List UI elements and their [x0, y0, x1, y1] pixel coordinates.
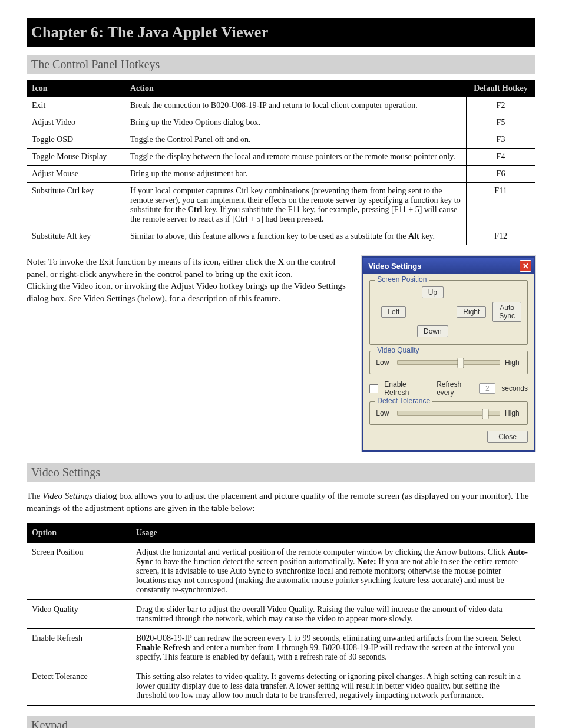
hotkeys-action: Break the connection to B020-U08-19-IP a…: [125, 97, 467, 114]
close-button[interactable]: Close: [487, 431, 528, 443]
enable-refresh-checkbox[interactable]: [369, 384, 378, 393]
hotkeys-table-col-icon: Icon: [27, 80, 125, 97]
dialog-titlebar[interactable]: Video Settings ✕: [363, 258, 534, 274]
hotkeys-table: Icon Action Default Hotkey Exit Break th…: [27, 80, 535, 245]
hotkeys-default: F3: [467, 131, 535, 149]
table-row: Screen Position Adjust the horizontal an…: [27, 543, 535, 600]
slider-low-label: Low: [376, 358, 392, 367]
hotkeys-table-col-default: Default Hotkey: [467, 80, 535, 97]
table-row: Enable Refresh B020-U08-19-IP can redraw…: [27, 629, 535, 667]
refresh-every-label: Refresh every: [437, 380, 473, 397]
detect-tolerance-legend: Detect Tolerance: [375, 397, 432, 405]
page: Chapter 6: The Java Applet Viewer The Co…: [0, 0, 562, 728]
section-heading-video-settings-text: Video Settings: [31, 466, 100, 479]
auto-sync-button[interactable]: Auto Sync: [492, 302, 521, 322]
video-settings-table: Option Usage Screen Position Adjust the …: [27, 523, 535, 706]
video-settings-intro: The Video Settings dialog box allows you…: [27, 490, 535, 515]
refresh-seconds-spinner[interactable]: 2: [479, 383, 495, 394]
hotkeys-table-col-action: Action: [125, 80, 467, 97]
detect-tolerance-group: Detect Tolerance Low High: [369, 401, 528, 425]
chapter-title-bar: Chapter 6: The Java Applet Viewer: [27, 18, 535, 47]
chapter-title: Chapter 6: The Java Applet Viewer: [31, 24, 269, 41]
seconds-label: seconds: [501, 384, 528, 393]
hotkeys-action: Toggle the display between the local and…: [125, 149, 467, 166]
vs-usage: Adjust the horizontal and vertical posit…: [131, 543, 535, 600]
table-row: Substitute Ctrl key If your local comput…: [27, 183, 535, 228]
after-table-note: Note: To invoke the Exit function by mea…: [27, 256, 346, 305]
table-row: Adjust Video Bring up the Video Options …: [27, 114, 535, 131]
video-quality-legend: Video Quality: [375, 346, 421, 354]
vs-usage: B020-U08-19-IP can redraw the screen eve…: [131, 629, 535, 667]
dialog-title: Video Settings: [368, 262, 421, 271]
slider-thumb[interactable]: [482, 409, 488, 419]
vs-option: Enable Refresh: [27, 629, 131, 667]
dialog-body: Screen Position Up Left Right Down Auto …: [363, 274, 534, 450]
screen-position-group: Screen Position Up Left Right Down Auto …: [369, 280, 528, 345]
section-heading-video-settings: Video Settings: [27, 463, 535, 482]
vs-usage: Drag the slider bar to adjust the overal…: [131, 600, 535, 629]
enable-refresh-label: Enable Refresh: [384, 380, 425, 397]
right-button[interactable]: Right: [457, 306, 486, 318]
table-row: Exit Break the connection to B020-U08-19…: [27, 97, 535, 114]
table-row: Video Quality Drag the slider bar to adj…: [27, 600, 535, 629]
hotkeys-icon: Toggle Mouse Display: [27, 149, 125, 166]
section-heading-hotkeys-text: The Control Panel Hotkeys: [31, 58, 160, 71]
section-heading-hotkeys: The Control Panel Hotkeys: [27, 55, 535, 74]
hotkeys-table-body: Exit Break the connection to B020-U08-19…: [27, 97, 535, 245]
slider-low-label: Low: [376, 409, 392, 417]
table-row: Detect Tolerance This setting also relat…: [27, 667, 535, 706]
table-row: Toggle Mouse Display Toggle the display …: [27, 149, 535, 166]
table-row: Adjust Mouse Bring up the mouse adjustme…: [27, 166, 535, 183]
hotkeys-icon: Adjust Video: [27, 114, 125, 131]
hotkeys-action: Bring up the Video Options dialog box.: [125, 114, 467, 131]
vs-table-col-usage: Usage: [131, 523, 535, 543]
slider-track[interactable]: [397, 360, 500, 365]
hotkeys-icon: Toggle OSD: [27, 131, 125, 149]
hotkeys-default: F12: [467, 228, 535, 245]
section-heading-keypad-text: Keypad: [31, 719, 68, 728]
refresh-seconds-value: 2: [480, 384, 495, 393]
table-row: Toggle OSD Toggle the Control Panel off …: [27, 131, 535, 149]
hotkeys-icon: Exit: [27, 97, 125, 114]
hotkeys-icon: Substitute Ctrl key: [27, 183, 125, 228]
hotkeys-action: If your local computer captures Ctrl key…: [125, 183, 467, 228]
screen-position-legend: Screen Position: [375, 275, 429, 284]
hotkeys-action: Similar to above, this feature allows a …: [125, 228, 467, 245]
vs-table-col-option: Option: [27, 523, 131, 543]
close-icon[interactable]: ✕: [520, 260, 531, 272]
hotkeys-icon: Substitute Alt key: [27, 228, 125, 245]
hotkeys-action: Toggle the Control Panel off and on.: [125, 131, 467, 149]
hotkeys-default: F11: [467, 183, 535, 228]
slider-high-label: High: [505, 358, 521, 367]
detect-tolerance-slider[interactable]: Low High: [376, 409, 521, 417]
after-table-row: Note: To invoke the Exit function by mea…: [27, 256, 535, 452]
slider-thumb[interactable]: [458, 358, 464, 368]
hotkeys-default: F5: [467, 114, 535, 131]
video-quality-slider[interactable]: Low High: [376, 358, 521, 367]
video-quality-group: Video Quality Low High: [369, 351, 528, 374]
slider-high-label: High: [505, 409, 521, 417]
enable-refresh-row: Enable Refresh Refresh every 2 seconds: [369, 380, 528, 397]
hotkeys-default: F4: [467, 149, 535, 166]
down-button[interactable]: Down: [417, 325, 448, 337]
table-row: Substitute Alt key Similar to above, thi…: [27, 228, 535, 245]
left-button[interactable]: Left: [381, 306, 406, 318]
slider-track[interactable]: [397, 411, 500, 416]
hotkeys-default: F2: [467, 97, 535, 114]
hotkeys-action: Bring up the mouse adjustment bar.: [125, 166, 467, 183]
section-heading-keypad: Keypad: [27, 716, 535, 728]
vs-usage: This setting also relates to video quali…: [131, 667, 535, 706]
video-settings-dialog: Video Settings ✕ Screen Position Up Left…: [362, 256, 535, 452]
hotkeys-icon: Adjust Mouse: [27, 166, 125, 183]
vs-option: Screen Position: [27, 543, 131, 600]
hotkeys-default: F6: [467, 166, 535, 183]
vs-option: Video Quality: [27, 600, 131, 629]
vs-option: Detect Tolerance: [27, 667, 131, 706]
dialog-actions: Close: [369, 431, 528, 443]
up-button[interactable]: Up: [422, 286, 444, 298]
